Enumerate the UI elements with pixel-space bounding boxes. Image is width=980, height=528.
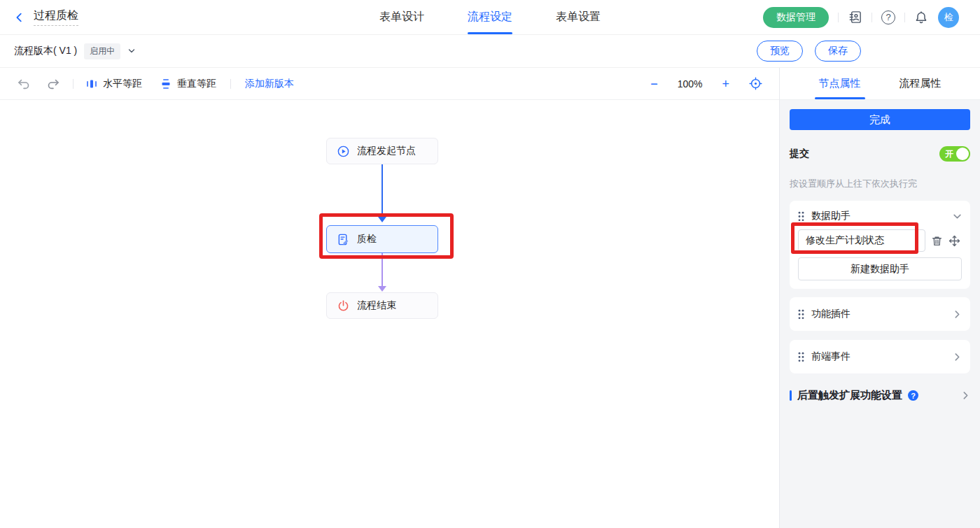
properties-panel: 节点属性 流程属性 完成 提交 开 按设置顺序从上往下依次执行完 (779, 68, 980, 528)
workspace: 水平等距 垂直等距 添加新版本 − 100 (0, 68, 779, 528)
tab-form-config[interactable]: 表单设置 (556, 0, 601, 34)
contact-book-button[interactable] (848, 10, 862, 24)
data-assistant-header: 数据助手 (798, 210, 962, 222)
chevron-right-icon (961, 391, 970, 400)
zoom-in-button[interactable]: + (722, 78, 729, 90)
zoom-controls: − 100% + (650, 77, 762, 90)
panel-tabs: 节点属性 流程属性 (780, 68, 980, 100)
submit-row: 提交 开 (790, 146, 970, 162)
execution-hint: 按设置顺序从上往下依次执行完 (790, 178, 970, 190)
submit-label: 提交 (790, 148, 809, 160)
add-version-link[interactable]: 添加新版本 (245, 78, 294, 90)
drag-handle-icon[interactable] (798, 309, 804, 320)
save-button[interactable]: 保存 (815, 41, 861, 62)
chevron-right-icon (953, 352, 962, 362)
chevron-down-icon (127, 47, 136, 55)
node-label: 流程发起节点 (357, 145, 416, 157)
horizontal-distribute-button[interactable]: 水平等距 (86, 78, 142, 90)
help-icon: ? (881, 10, 895, 24)
topbar-left: 过程质检 (14, 8, 78, 26)
version-label: 流程版本( V1 ) (14, 45, 77, 57)
page-title: 过程质检 (34, 8, 78, 26)
data-assistant-card: 数据助手 修改生产计划状态 (790, 201, 970, 289)
fit-view-button[interactable] (749, 77, 762, 90)
frontend-event-title: 前端事件 (811, 350, 850, 363)
redo-button[interactable] (46, 77, 60, 91)
data-manage-button[interactable]: 数据管理 (763, 7, 829, 28)
toggle-knob (956, 148, 969, 160)
notification-button[interactable] (914, 10, 928, 24)
plugin-title: 功能插件 (811, 308, 850, 320)
top-bar: 过程质检 表单设计 流程设定 表单设置 数据管理 (0, 0, 980, 35)
done-button[interactable]: 完成 (790, 109, 970, 130)
connector-blue (382, 164, 383, 217)
move-item-button[interactable] (948, 235, 960, 247)
bell-icon (914, 10, 928, 24)
avatar[interactable]: 检 (938, 7, 959, 28)
collapse-button[interactable] (953, 212, 962, 221)
zoom-level: 100% (678, 78, 703, 90)
divider (73, 79, 74, 89)
vertical-distribute-icon (160, 78, 172, 90)
drag-handle-icon[interactable] (798, 352, 804, 362)
node-label: 流程结束 (357, 299, 396, 312)
submit-toggle[interactable]: 开 (939, 146, 970, 162)
connector-purple (382, 253, 383, 286)
version-dropdown[interactable] (127, 47, 136, 55)
play-circle-icon (337, 145, 350, 158)
toggle-on-label: 开 (945, 148, 953, 160)
app-window: 过程质检 表单设计 流程设定 表单设置 数据管理 (0, 0, 980, 528)
divider (872, 13, 872, 22)
drag-handle-icon[interactable] (798, 211, 804, 222)
frontend-event-card[interactable]: 前端事件 (790, 340, 970, 373)
arrowhead-purple (378, 286, 386, 292)
flow-canvas[interactable]: 流程发起节点 质检 (0, 100, 779, 528)
divider (838, 13, 839, 22)
flow-node-quality-check[interactable]: 质检 (326, 225, 438, 253)
help-button[interactable]: ? (881, 10, 895, 24)
trash-icon (931, 235, 943, 247)
tab-node-properties[interactable]: 节点属性 (819, 68, 861, 99)
tab-flow-properties[interactable]: 流程属性 (899, 68, 941, 99)
chevron-right-icon (953, 310, 962, 319)
power-icon (337, 299, 350, 313)
data-assistant-title: 数据助手 (811, 210, 850, 222)
undo-icon (17, 77, 31, 91)
post-trigger-settings-row[interactable]: 后置触发扩展功能设置 ? (790, 389, 970, 402)
form-edit-icon (337, 233, 350, 246)
assistant-item[interactable]: 修改生产计划状态 (798, 229, 925, 252)
new-data-assistant-button[interactable]: 新建数据助手 (798, 257, 962, 280)
question-circle-icon[interactable]: ? (908, 390, 918, 401)
arrowhead-blue (378, 217, 386, 222)
preview-button[interactable]: 预览 (757, 41, 803, 62)
zoom-out-button[interactable]: − (650, 78, 658, 90)
undo-button[interactable] (17, 77, 31, 91)
horizontal-distribute-label: 水平等距 (103, 78, 142, 90)
back-chevron-icon (14, 12, 25, 23)
accent-bar (790, 390, 792, 401)
version-bar: 流程版本( V1 ) 启用中 预览 保存 (0, 35, 980, 68)
horizontal-distribute-icon (86, 78, 97, 90)
plugin-card[interactable]: 功能插件 (790, 297, 970, 331)
flow-node-end[interactable]: 流程结束 (326, 292, 438, 319)
versionbar-actions: 预览 保存 (757, 41, 861, 62)
tab-form-design[interactable]: 表单设计 (379, 0, 424, 34)
post-trigger-settings-label: 后置触发扩展功能设置 (797, 389, 902, 402)
vertical-distribute-button[interactable]: 垂直等距 (160, 78, 216, 90)
divider (230, 79, 231, 89)
vertical-distribute-label: 垂直等距 (177, 78, 216, 90)
topbar-right: 数据管理 ? (763, 7, 959, 28)
flow-node-start[interactable]: 流程发起节点 (326, 138, 438, 164)
node-label: 质检 (357, 233, 377, 245)
chevron-down-icon (953, 212, 962, 221)
back-button[interactable] (14, 12, 25, 23)
delete-item-button[interactable] (931, 235, 943, 247)
history-group (17, 77, 60, 91)
panel-body: 完成 提交 开 按设置顺序从上往下依次执行完 (780, 100, 980, 528)
redo-icon (46, 77, 60, 91)
main-tabs: 表单设计 流程设定 表单设置 (379, 0, 601, 34)
tab-flow-setting[interactable]: 流程设定 (468, 0, 512, 34)
move-icon (948, 235, 960, 247)
assistant-item-row: 修改生产计划状态 (798, 229, 962, 252)
canvas-toolbar: 水平等距 垂直等距 添加新版本 − 100 (0, 68, 779, 100)
